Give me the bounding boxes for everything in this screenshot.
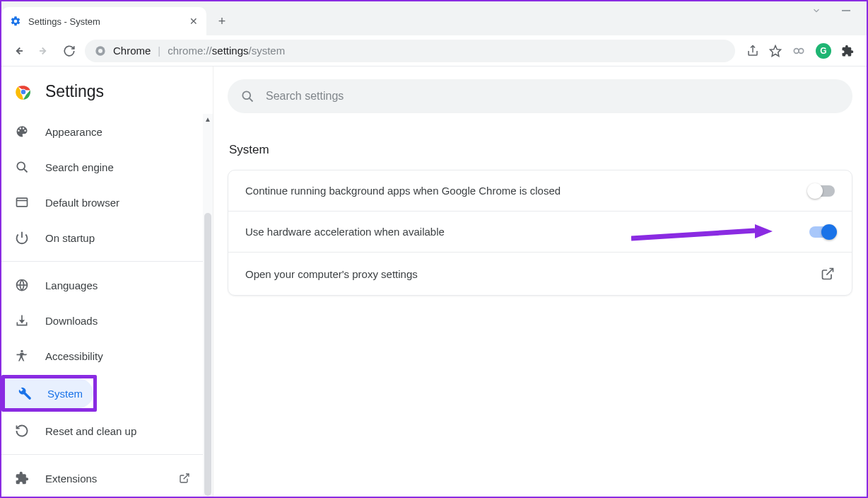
- omnibox-prefix: Chrome: [113, 45, 151, 57]
- extensions-puzzle-icon[interactable]: [841, 45, 854, 57]
- row-label: Continue running background apps when Go…: [245, 185, 561, 197]
- search-settings-box[interactable]: [228, 79, 852, 113]
- background-apps-toggle[interactable]: [809, 185, 835, 197]
- sidebar-item-label: Downloads: [45, 315, 98, 327]
- tab-title: Settings - System: [28, 16, 100, 27]
- search-icon: [240, 89, 254, 103]
- sidebar-divider: [1, 261, 203, 262]
- row-hardware-acceleration[interactable]: Use hardware acceleration when available: [228, 211, 852, 252]
- svg-point-4: [98, 49, 102, 53]
- chrome-logo-icon: [14, 83, 33, 101]
- sidebar-item-reset[interactable]: Reset and clean up: [1, 413, 203, 448]
- sidebar-item-appearance[interactable]: Appearance: [1, 114, 203, 149]
- chevron-down-icon[interactable]: [811, 6, 821, 16]
- browser-tab[interactable]: Settings - System ✕: [1, 7, 206, 35]
- sidebar-item-label: Search engine: [45, 161, 114, 173]
- link-extension-icon[interactable]: [792, 44, 806, 58]
- svg-point-21: [242, 91, 250, 99]
- row-label: Use hardware acceleration when available: [245, 226, 445, 238]
- sidebar-item-system[interactable]: System: [5, 378, 93, 408]
- site-icon: [95, 45, 106, 57]
- svg-point-8: [799, 48, 804, 53]
- sidebar-item-label: Reset and clean up: [45, 425, 136, 437]
- share-icon[interactable]: [746, 45, 759, 57]
- download-icon: [14, 313, 30, 328]
- search-settings-input[interactable]: [266, 90, 840, 103]
- row-background-apps[interactable]: Continue running background apps when Go…: [228, 170, 852, 211]
- sidebar-item-label: Appearance: [45, 126, 102, 138]
- sidebar-item-default-browser[interactable]: Default browser: [1, 185, 203, 220]
- section-title: System: [229, 143, 852, 157]
- toolbar-actions: G: [741, 43, 860, 59]
- minimize-icon[interactable]: [841, 6, 851, 16]
- svg-point-7: [794, 48, 799, 53]
- wrench-icon: [18, 386, 32, 400]
- svg-line-23: [631, 231, 755, 238]
- close-tab-icon[interactable]: ✕: [189, 16, 198, 27]
- sidebar-item-label: Accessibility: [45, 350, 103, 362]
- window-tabstrip: Settings - System ✕ +: [1, 1, 867, 35]
- browser-toolbar: Chrome | chrome://settings/system G: [1, 35, 867, 66]
- svg-marker-6: [770, 45, 781, 56]
- svg-line-20: [184, 474, 189, 479]
- open-external-icon: [179, 473, 190, 484]
- forward-button[interactable]: [34, 41, 54, 61]
- sidebar-item-label: System: [47, 388, 83, 400]
- omnibox-url-mid: settings: [212, 45, 249, 57]
- reload-button[interactable]: [59, 41, 79, 61]
- browser-window-icon: [14, 195, 30, 209]
- settings-main: System Continue running background apps …: [213, 66, 867, 497]
- system-settings-card: Continue running background apps when Go…: [228, 170, 852, 296]
- svg-line-25: [826, 269, 833, 275]
- sidebar-divider: [1, 454, 203, 455]
- sidebar-item-on-startup[interactable]: On startup: [1, 220, 203, 255]
- palette-icon: [14, 124, 30, 139]
- search-icon: [14, 160, 30, 174]
- accessibility-icon: [14, 349, 30, 363]
- sidebar-item-label: Languages: [45, 279, 98, 291]
- gear-icon: [10, 16, 21, 27]
- omnibox-url-end: /system: [249, 45, 286, 57]
- row-proxy-settings[interactable]: Open your computer's proxy settings: [228, 252, 852, 295]
- row-label: Open your computer's proxy settings: [245, 268, 418, 280]
- power-icon: [14, 231, 30, 245]
- svg-line-13: [24, 169, 28, 173]
- svg-point-11: [21, 89, 26, 94]
- grammarly-extension-icon[interactable]: G: [816, 43, 831, 59]
- omnibox-url-scheme: chrome://: [168, 45, 212, 57]
- settings-title: Settings: [45, 82, 104, 101]
- sidebar-scrollbar[interactable]: ▲: [203, 114, 213, 497]
- globe-icon: [14, 278, 30, 292]
- settings-sidebar: Settings ▲ Appearance Search engine Defa…: [1, 66, 213, 497]
- scrollbar-thumb[interactable]: [204, 213, 211, 496]
- svg-rect-14: [17, 198, 28, 207]
- sidebar-item-extensions[interactable]: Extensions: [1, 461, 203, 496]
- sidebar-item-accessibility[interactable]: Accessibility: [1, 338, 203, 374]
- new-tab-button[interactable]: +: [211, 10, 233, 33]
- sidebar-item-label: Extensions: [45, 473, 97, 485]
- puzzle-icon: [14, 471, 30, 485]
- svg-point-12: [17, 162, 25, 170]
- scroll-up-icon[interactable]: ▲: [204, 115, 211, 123]
- omnibox-divider: |: [158, 45, 160, 57]
- sidebar-item-languages[interactable]: Languages: [1, 267, 203, 303]
- sidebar-item-label: Default browser: [45, 197, 119, 209]
- bookmark-star-icon[interactable]: [769, 45, 782, 57]
- svg-line-22: [250, 98, 253, 102]
- annotation-arrow: [631, 224, 773, 245]
- svg-marker-24: [755, 224, 773, 238]
- open-external-icon: [821, 267, 835, 281]
- address-bar[interactable]: Chrome | chrome://settings/system: [85, 40, 735, 62]
- restore-icon: [14, 424, 30, 438]
- window-controls: [811, 1, 867, 16]
- back-button[interactable]: [8, 41, 28, 61]
- hardware-acceleration-toggle[interactable]: [809, 226, 835, 238]
- svg-point-19: [20, 350, 23, 352]
- sidebar-item-downloads[interactable]: Downloads: [1, 303, 203, 338]
- svg-rect-0: [842, 10, 850, 11]
- sidebar-item-search-engine[interactable]: Search engine: [1, 149, 203, 185]
- sidebar-item-label: On startup: [45, 232, 95, 244]
